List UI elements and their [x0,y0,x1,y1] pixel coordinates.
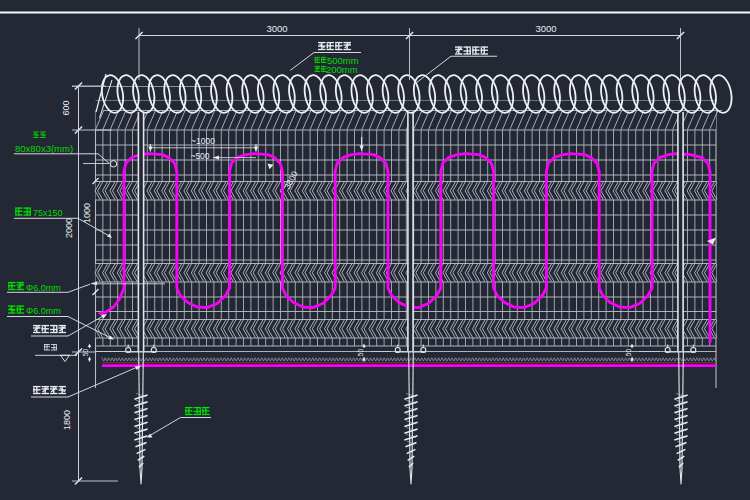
svg-text:1000: 1000 [82,203,92,223]
svg-text:50: 50 [357,349,364,357]
svg-text:200mm: 200mm [326,64,358,75]
svg-text:Φ6.0mm: Φ6.0mm [26,283,61,293]
svg-text:50: 50 [82,349,89,357]
svg-text:~1000: ~1000 [191,136,215,146]
svg-text:1800: 1800 [62,410,72,430]
svg-text:3000: 3000 [266,23,287,34]
svg-text:Φ6.0mm: Φ6.0mm [26,306,61,316]
svg-text:2000: 2000 [64,218,74,238]
svg-text:75x150: 75x150 [33,208,63,218]
svg-text:80x80x3(mm): 80x80x3(mm) [15,143,73,154]
svg-text:600: 600 [61,100,71,115]
svg-text:~500: ~500 [190,151,209,161]
svg-text:50: 50 [625,349,632,357]
svg-text:3000: 3000 [535,23,556,34]
